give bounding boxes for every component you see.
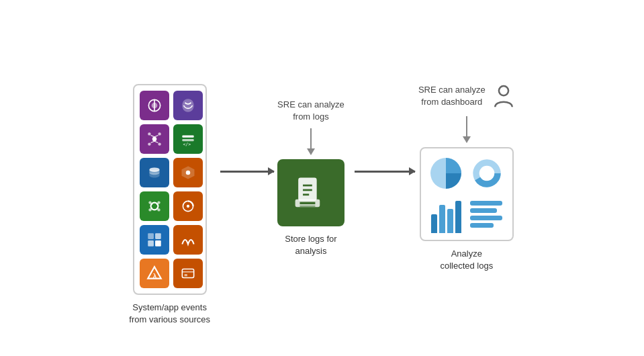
line-4 — [470, 223, 494, 228]
lines-group — [470, 201, 504, 228]
main-diagram: </> λ — [0, 0, 644, 356]
sources-label: System/app events from various sources — [129, 302, 210, 326]
svg-point-5 — [158, 132, 160, 135]
source-icon-10 — [173, 225, 203, 255]
dash-donut — [469, 155, 506, 192]
svg-point-17 — [185, 171, 190, 175]
svg-text:</>: </> — [183, 142, 191, 147]
svg-point-28 — [186, 205, 189, 208]
svg-rect-35 — [182, 269, 193, 277]
svg-rect-31 — [148, 240, 154, 247]
bar-group — [431, 199, 461, 233]
source-icon-3 — [140, 124, 169, 154]
v-line-log — [310, 128, 312, 148]
log-store-box — [277, 159, 344, 226]
svg-line-10 — [150, 141, 154, 142]
person-icon — [492, 84, 515, 111]
source-icon-8 — [173, 191, 203, 221]
dashboard-label: Analyze collected logs — [440, 248, 493, 272]
svg-point-4 — [148, 132, 150, 135]
svg-point-18 — [150, 202, 158, 210]
source-icon-9 — [140, 225, 169, 255]
source-icon-2 — [173, 91, 203, 120]
v-arrow-dashboard — [463, 116, 471, 143]
source-icon-6 — [173, 158, 203, 187]
sources-panel: </> λ — [133, 84, 207, 295]
svg-rect-32 — [155, 240, 161, 247]
svg-rect-30 — [155, 233, 161, 239]
line-3 — [470, 216, 502, 220]
svg-text:λ: λ — [152, 271, 156, 279]
log-store-icon — [292, 175, 329, 212]
v-line-dashboard — [466, 116, 467, 136]
svg-line-9 — [154, 135, 158, 136]
dashboard-box — [420, 147, 514, 241]
svg-rect-12 — [182, 135, 193, 137]
arrow-line-1 — [220, 171, 274, 173]
svg-rect-29 — [148, 233, 154, 239]
arrow-line-2 — [355, 171, 415, 173]
svg-point-6 — [148, 142, 150, 145]
source-icon-11: λ — [140, 259, 169, 288]
svg-point-45 — [499, 86, 508, 95]
dash-bars — [428, 196, 465, 233]
svg-rect-37 — [184, 274, 187, 276]
bar-4 — [455, 201, 461, 233]
donut-chart-svg — [471, 157, 503, 189]
bar-3 — [447, 209, 453, 233]
log-store-label: Store logs for analysis — [285, 233, 336, 257]
log-store-top-label: SRE can analyze from logs — [277, 99, 344, 123]
dash-lines — [469, 196, 506, 233]
v-arrow-log — [307, 128, 315, 155]
dash-pie — [428, 155, 465, 192]
source-icon-1 — [140, 91, 169, 120]
v-arrowhead-log — [307, 148, 315, 155]
svg-point-7 — [158, 142, 160, 145]
line-1 — [470, 201, 502, 206]
pie-chart-svg — [428, 156, 463, 191]
source-icon-4: </> — [173, 124, 203, 154]
dashboard-top-label: SRE can analyze from dashboard — [418, 84, 486, 108]
bar-2 — [439, 205, 445, 233]
svg-line-11 — [154, 141, 158, 142]
bar-1 — [431, 214, 437, 233]
line-2 — [470, 208, 497, 213]
dashboard-top-area: SRE can analyze from dashboard — [418, 84, 515, 111]
arrow-1 — [220, 171, 274, 173]
v-arrowhead-dashboard — [463, 136, 471, 143]
arrow-2 — [355, 171, 415, 173]
source-icon-5 — [140, 158, 169, 187]
svg-point-3 — [152, 137, 156, 142]
source-icon-7 — [140, 191, 169, 221]
source-icon-12 — [173, 259, 203, 288]
svg-line-8 — [150, 135, 154, 136]
